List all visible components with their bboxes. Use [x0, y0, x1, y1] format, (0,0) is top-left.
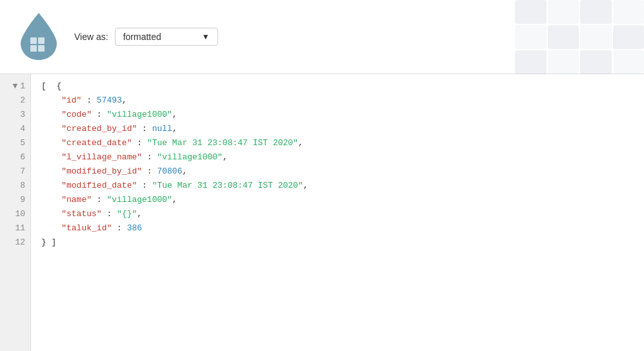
code-line-7: "modified_by_id" : 70806, — [41, 165, 634, 179]
tile — [548, 25, 579, 49]
line-number-9: 9 — [0, 193, 30, 207]
top-bar: View as: formatted ▼ — [0, 0, 644, 74]
main-content: ▼ 1 2 3 4 5 6 7 8 9 10 11 12 [ { "id" : … — [0, 74, 644, 351]
tile — [580, 25, 612, 49]
line-number-7: 7 — [0, 165, 30, 179]
background-tiles — [515, 0, 644, 74]
code-line-8: "modified_date" : "Tue Mar 31 23:08:47 I… — [41, 179, 634, 193]
tile — [548, 0, 579, 24]
svg-rect-2 — [30, 37, 37, 44]
code-line-10: "status" : "{}", — [41, 207, 634, 221]
logo-area — [13, 10, 65, 65]
dropdown-chevron-icon: ▼ — [202, 32, 210, 41]
view-as-dropdown[interactable]: formatted ▼ — [115, 28, 218, 46]
line-number-8: 8 — [0, 179, 30, 193]
line-number-1: ▼ 1 — [0, 79, 30, 94]
svg-rect-3 — [38, 37, 45, 44]
tile — [548, 50, 579, 74]
view-as-selected-value: formatted — [123, 32, 161, 42]
view-as-section: View as: formatted ▼ — [74, 28, 218, 46]
bracket: [ { — [41, 79, 61, 94]
line-number-4: 4 — [0, 122, 30, 136]
code-line-5: "created_date" : "Tue Mar 31 23:08:47 IS… — [41, 136, 634, 150]
line-number-3: 3 — [0, 108, 30, 122]
code-line-3: "code" : "village1000", — [41, 108, 634, 122]
line-numbers-panel: ▼ 1 2 3 4 5 6 7 8 9 10 11 12 — [0, 74, 31, 351]
code-line-4: "created_by_id" : null, — [41, 122, 634, 136]
code-viewer: [ { "id" : 57493, "code" : "village1000"… — [31, 74, 644, 351]
tile — [613, 25, 645, 49]
tile — [613, 50, 645, 74]
tile — [515, 25, 547, 49]
tile — [515, 50, 547, 74]
view-as-label: View as: — [74, 32, 108, 42]
code-line-2: "id" : 57493, — [41, 94, 634, 108]
tile — [613, 0, 645, 24]
collapse-arrow-icon[interactable]: ▼ — [12, 79, 17, 94]
line-number-12: 12 — [0, 236, 30, 250]
app-logo — [13, 10, 65, 65]
tile — [580, 0, 612, 24]
code-line-11: "taluk_id" : 386 — [41, 221, 634, 236]
line-number-10: 10 — [0, 207, 30, 221]
code-line-1: [ { — [41, 79, 634, 94]
code-line-6: "l_village_name" : "village1000", — [41, 150, 634, 165]
line-number-2: 2 — [0, 94, 30, 108]
line-number-6: 6 — [0, 150, 30, 165]
line-number-11: 11 — [0, 221, 30, 236]
svg-rect-0 — [30, 45, 37, 52]
code-line-12: } ] — [41, 236, 634, 250]
code-line-9: "name" : "village1000", — [41, 193, 634, 207]
tile — [515, 0, 547, 24]
svg-rect-1 — [38, 45, 45, 52]
line-number-5: 5 — [0, 136, 30, 150]
tile — [580, 50, 612, 74]
